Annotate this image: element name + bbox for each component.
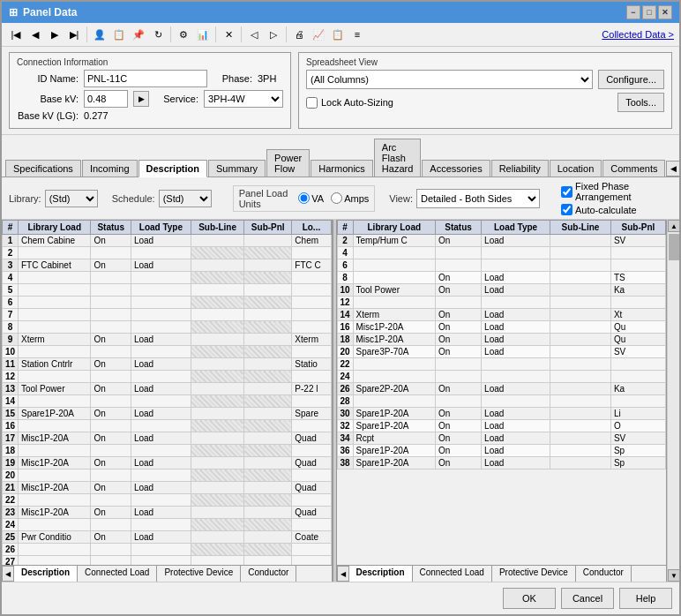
- left-cell-load-type[interactable]: [131, 420, 191, 432]
- left-cell-sub-line[interactable]: [191, 531, 243, 544]
- left-cell-sub-pnl[interactable]: [244, 432, 292, 445]
- help-button[interactable]: Help: [619, 588, 672, 609]
- right-cell-sub-pnl[interactable]: Xt: [610, 309, 665, 321]
- left-cell-sub-pnl[interactable]: [244, 383, 292, 395]
- tab-accessories[interactable]: Accessories: [422, 160, 490, 177]
- left-cell-load-type[interactable]: Load: [131, 482, 191, 494]
- left-cell-lo[interactable]: Xterm: [292, 334, 331, 346]
- view-select[interactable]: Detailed - Both Sides: [416, 189, 540, 208]
- left-cell-library-load[interactable]: Misc1P-20A: [19, 507, 91, 519]
- left-cell-sub-line[interactable]: [191, 272, 243, 284]
- left-cell-sub-pnl[interactable]: [244, 346, 292, 358]
- right-bottom-tab-connected[interactable]: Connected Load: [413, 566, 492, 582]
- tab-harmonics[interactable]: Harmonics: [311, 160, 373, 177]
- left-cell-library-load[interactable]: [19, 420, 91, 432]
- left-cell-sub-pnl[interactable]: [244, 358, 292, 371]
- tab-description[interactable]: Description: [138, 160, 208, 177]
- right-cell-load-type[interactable]: [482, 395, 550, 408]
- left-cell-load-type[interactable]: [131, 519, 191, 531]
- right-cell-library-load[interactable]: Rcpt: [353, 432, 436, 445]
- left-cell-lo[interactable]: Statio: [292, 358, 331, 371]
- right-cell-sub-pnl[interactable]: [610, 371, 665, 383]
- vertical-scrollbar[interactable]: ▲ ▼: [667, 220, 679, 582]
- right-cell-sub-line[interactable]: [550, 432, 611, 445]
- paste-button[interactable]: 📌: [130, 26, 147, 43]
- left-cell-status[interactable]: [91, 556, 131, 566]
- right-cell-sub-pnl[interactable]: Sp: [610, 457, 665, 470]
- left-cell-load-type[interactable]: Load: [131, 432, 191, 445]
- right-cell-library-load[interactable]: [353, 358, 436, 371]
- left-cell-sub-line[interactable]: [191, 544, 243, 556]
- left-bottom-nav-prev[interactable]: ◀: [2, 566, 14, 582]
- left-cell-library-load[interactable]: Station Cntrlr: [19, 358, 91, 371]
- left-cell-load-type[interactable]: [131, 371, 191, 383]
- tab-power-flow[interactable]: Power Flow: [266, 149, 310, 177]
- right-cell-sub-pnl[interactable]: [610, 259, 665, 272]
- left-cell-sub-pnl[interactable]: [244, 470, 292, 482]
- right-cell-load-type[interactable]: Load: [482, 334, 550, 346]
- left-cell-status[interactable]: [91, 371, 131, 383]
- left-cell-library-load[interactable]: [19, 445, 91, 457]
- close-button[interactable]: ✕: [658, 5, 672, 19]
- right-cell-sub-pnl[interactable]: SV: [610, 346, 665, 358]
- right-cell-sub-pnl[interactable]: [610, 358, 665, 371]
- right-cell-library-load[interactable]: [353, 259, 436, 272]
- right-cell-library-load[interactable]: [353, 272, 436, 284]
- right-cell-load-type[interactable]: Load: [482, 346, 550, 358]
- left-cell-lo[interactable]: [292, 297, 331, 309]
- right-cell-library-load[interactable]: Spare1P-20A: [353, 408, 436, 420]
- right-bottom-tab-description[interactable]: Description: [349, 566, 413, 582]
- right-cell-status[interactable]: On: [436, 309, 482, 321]
- right-cell-load-type[interactable]: [482, 358, 550, 371]
- left-cell-sub-line[interactable]: [191, 408, 243, 420]
- radio-va[interactable]: [298, 192, 310, 204]
- left-cell-library-load[interactable]: Tool Power: [19, 383, 91, 395]
- right-cell-sub-line[interactable]: [550, 297, 611, 309]
- right-cell-sub-pnl[interactable]: [610, 297, 665, 309]
- left-cell-sub-line[interactable]: [191, 494, 243, 507]
- left-cell-lo[interactable]: Spare: [292, 408, 331, 420]
- right-cell-status[interactable]: On: [436, 420, 482, 432]
- left-cell-sub-line[interactable]: [191, 334, 243, 346]
- right-cell-sub-pnl[interactable]: [610, 395, 665, 408]
- auto-calculate-label[interactable]: Auto-calculate: [561, 204, 672, 215]
- right-cell-load-type[interactable]: [482, 259, 550, 272]
- left-cell-library-load[interactable]: Xterm: [19, 334, 91, 346]
- right-bottom-nav-prev[interactable]: ◀: [337, 566, 349, 582]
- right-cell-sub-line[interactable]: [550, 457, 611, 470]
- left-cell-status[interactable]: [91, 470, 131, 482]
- left-cell-sub-pnl[interactable]: [244, 371, 292, 383]
- left-cell-load-type[interactable]: [131, 272, 191, 284]
- right-cell-status[interactable]: On: [436, 457, 482, 470]
- left-cell-library-load[interactable]: [19, 494, 91, 507]
- right-cell-load-type[interactable]: [482, 247, 550, 259]
- left-cell-library-load[interactable]: [19, 544, 91, 556]
- right-cell-library-load[interactable]: Spare1P-20A: [353, 457, 436, 470]
- left-cell-lo[interactable]: [292, 371, 331, 383]
- tab-location[interactable]: Location: [550, 160, 602, 177]
- right-cell-sub-line[interactable]: [550, 346, 611, 358]
- left-cell-status[interactable]: On: [91, 432, 131, 445]
- left-cell-lo[interactable]: FTC C: [292, 259, 331, 272]
- right-cell-sub-pnl[interactable]: Li: [610, 408, 665, 420]
- right-cell-sub-pnl[interactable]: Ka: [610, 284, 665, 297]
- scroll-up-button[interactable]: ▲: [668, 220, 679, 232]
- right-cell-status[interactable]: On: [436, 445, 482, 457]
- left-cell-sub-line[interactable]: [191, 420, 243, 432]
- right-cell-status[interactable]: [436, 358, 482, 371]
- left-cell-lo[interactable]: [292, 470, 331, 482]
- left-cell-sub-line[interactable]: [191, 445, 243, 457]
- left-cell-status[interactable]: On: [91, 334, 131, 346]
- left-cell-sub-line[interactable]: [191, 259, 243, 272]
- arrow-right-button[interactable]: ▷: [265, 26, 282, 43]
- left-cell-status[interactable]: On: [91, 482, 131, 494]
- left-cell-sub-line[interactable]: [191, 432, 243, 445]
- left-cell-status[interactable]: On: [91, 259, 131, 272]
- left-cell-sub-line[interactable]: [191, 556, 243, 566]
- right-cell-sub-line[interactable]: [550, 334, 611, 346]
- left-cell-status[interactable]: [91, 297, 131, 309]
- tab-comments[interactable]: Comments: [602, 160, 665, 177]
- left-cell-library-load[interactable]: [19, 470, 91, 482]
- right-cell-status[interactable]: On: [436, 432, 482, 445]
- left-cell-library-load[interactable]: [19, 284, 91, 297]
